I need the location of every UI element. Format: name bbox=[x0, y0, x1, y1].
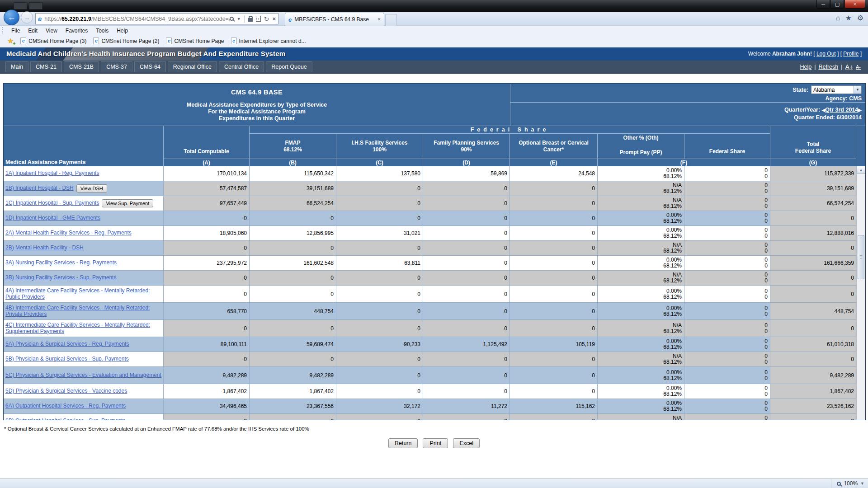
service-link[interactable]: 1B) Inpatient Hospital - DSH bbox=[5, 185, 74, 192]
service-link[interactable]: 3A) Nursing Facility Services - Reg. Pay… bbox=[5, 260, 117, 266]
refresh-icon[interactable]: ↻ bbox=[264, 15, 269, 23]
url-text[interactable]: https://65.220.21.9/MBESCBES/CMS64/CMS64… bbox=[44, 16, 229, 22]
cell-a: 0 bbox=[164, 352, 250, 366]
cell-g-total-federal-share: 1,867,402 bbox=[770, 384, 856, 399]
menu-help[interactable]: Help bbox=[113, 28, 132, 34]
profile-link[interactable]: Profile bbox=[843, 51, 859, 57]
prompt-pay-rate-value: 68.12% bbox=[663, 174, 682, 179]
cell-c: 0 bbox=[336, 181, 423, 196]
browser-tab[interactable]: e MBES/CBES - CMS 64.9 Base × bbox=[285, 13, 384, 26]
app-title: Medicaid And Children's Health Insurance… bbox=[6, 50, 285, 57]
excel-button[interactable]: Excel bbox=[453, 438, 480, 448]
menu-tools[interactable]: Tools bbox=[92, 28, 113, 34]
nav-tab-cms-37[interactable]: CMS-37 bbox=[101, 61, 132, 72]
service-link[interactable]: 4C) Intermediate Care Facility Services … bbox=[5, 322, 161, 334]
column-letter-f: (F) bbox=[598, 159, 770, 166]
cell-g-total-federal-share: 161,666,359 bbox=[770, 256, 856, 270]
service-link[interactable]: 5A) Physician & Surgical Services - Reg.… bbox=[5, 341, 129, 347]
address-dropdown-icon[interactable]: ▼ bbox=[237, 17, 241, 21]
maximize-button[interactable]: ▢ bbox=[830, 0, 844, 9]
tab-close-icon[interactable]: × bbox=[377, 16, 381, 23]
favorites-star-icon[interactable]: ★ bbox=[845, 14, 851, 22]
menu-favorites[interactable]: Favorites bbox=[61, 28, 92, 34]
menu-view[interactable]: View bbox=[42, 28, 61, 34]
return-button[interactable]: Return bbox=[388, 438, 418, 448]
log-out-link[interactable]: Log Out bbox=[816, 51, 836, 57]
cell-c: 0 bbox=[336, 271, 423, 285]
column-letter-a: (A) bbox=[164, 159, 250, 166]
minimize-button[interactable]: ─ bbox=[816, 0, 830, 9]
service-link[interactable]: 6B) Outpatient Hospital Services - Sup. … bbox=[5, 418, 125, 420]
back-button[interactable]: ← bbox=[4, 9, 19, 25]
favorite-item[interactable]: eCMSnet Home Page (2) bbox=[93, 38, 159, 44]
favorite-item[interactable]: eInternet Explorer cannot d... bbox=[231, 38, 306, 44]
print-button[interactable]: Print bbox=[423, 438, 448, 448]
chevron-down-icon[interactable]: ▼ bbox=[860, 481, 864, 486]
cell-g-total-federal-share: 448,754 bbox=[770, 303, 856, 319]
add-favorite-icon[interactable]: ★ bbox=[7, 37, 14, 45]
cell-d: 0 bbox=[423, 286, 510, 302]
service-link[interactable]: 6A) Outpatient Hospital Services - Reg. … bbox=[5, 403, 126, 409]
cell-f-other-prompt-pay: N/A68.12% bbox=[598, 181, 684, 196]
nav-tab-report-queue[interactable]: Report Queue bbox=[266, 61, 312, 72]
zoom-control[interactable]: 100% ▼ bbox=[831, 479, 864, 488]
service-link[interactable]: 5C) Physician & Surgical Services - Eval… bbox=[5, 372, 161, 379]
quarter-link[interactable]: Qtr 3rd 2014 bbox=[825, 107, 858, 113]
home-icon[interactable]: ⌂ bbox=[836, 14, 840, 22]
compatibility-view-icon[interactable] bbox=[256, 16, 261, 22]
nav-tab-cms-21[interactable]: CMS-21 bbox=[30, 61, 62, 72]
nav-tab-cms-64[interactable]: CMS-64 bbox=[134, 61, 166, 72]
service-link[interactable]: 5B) Physician & Surgical Services - Sup.… bbox=[5, 356, 129, 362]
chevron-down-icon[interactable]: ▼ bbox=[854, 86, 861, 94]
cell-f-other-prompt-pay: N/A68.12% bbox=[598, 320, 684, 337]
service-link[interactable]: 2B) Mental Health Facility - DSH bbox=[5, 245, 84, 251]
nav-tab-cms-21b[interactable]: CMS-21B bbox=[64, 61, 99, 72]
table-row: 1A) Inpatient Hospital - Reg. Payments17… bbox=[4, 166, 856, 181]
forward-button[interactable]: → bbox=[21, 11, 33, 23]
favorite-item[interactable]: eCMSnet Home Page bbox=[166, 38, 224, 44]
nav-tab-main[interactable]: Main bbox=[5, 61, 28, 72]
service-link[interactable]: 4B) Intermediate Care Facility Services … bbox=[5, 305, 161, 317]
next-quarter-icon[interactable]: ▶ bbox=[858, 108, 862, 113]
divider bbox=[244, 15, 245, 23]
nav-tab-regional-office[interactable]: Regional Office bbox=[168, 61, 217, 72]
help-link[interactable]: Help bbox=[800, 64, 811, 70]
cell-e: 0 bbox=[510, 241, 598, 255]
cell-f-other-prompt-pay: 0.00%68.12% bbox=[598, 256, 684, 270]
table-scrollbar[interactable]: ▲ bbox=[856, 166, 865, 420]
menu-file[interactable]: File bbox=[7, 28, 24, 34]
column-letter-c: (C) bbox=[336, 159, 423, 166]
view-dsh-button[interactable]: View DSH bbox=[76, 184, 107, 192]
service-link[interactable]: 1C) Inpatient Hospital - Sup. Payments bbox=[5, 200, 99, 206]
state-select[interactable]: Alabama ▼ bbox=[811, 85, 862, 94]
service-link[interactable]: 4A) Intermediate Care Facility Services … bbox=[5, 288, 161, 300]
federal-share-value: 0 bbox=[764, 305, 768, 311]
scroll-up-icon[interactable]: ▲ bbox=[857, 166, 865, 174]
new-tab-button[interactable] bbox=[385, 14, 397, 26]
scrollbar-thumb[interactable] bbox=[858, 235, 864, 279]
close-button[interactable]: × bbox=[844, 0, 865, 9]
cell-d: 0 bbox=[423, 367, 510, 384]
menu-edit[interactable]: Edit bbox=[24, 28, 42, 34]
service-link[interactable]: 2A) Mental Health Facility Services - Re… bbox=[5, 230, 132, 236]
service-link[interactable]: 1A) Inpatient Hospital - Reg. Payments bbox=[5, 170, 99, 177]
table-row: 5C) Physician & Surgical Services - Eval… bbox=[4, 367, 856, 384]
stop-icon[interactable]: × bbox=[272, 15, 276, 22]
service-link[interactable]: 1D) Inpatient Hospital - GME Payments bbox=[5, 215, 100, 221]
service-link[interactable]: 3B) Nursing Facility Services - Sup. Pay… bbox=[5, 275, 116, 281]
view-sup-payment-button[interactable]: View Sup. Payment bbox=[102, 199, 153, 207]
refresh-link[interactable]: Refresh bbox=[818, 64, 838, 70]
table-row: 6A) Outpatient Hospital Services - Reg. … bbox=[4, 399, 856, 414]
gear-icon[interactable]: ⚙ bbox=[857, 14, 863, 22]
address-bar[interactable]: e https://65.220.21.9/MBESCBES/CMS64/CMS… bbox=[35, 13, 278, 24]
font-increase-link[interactable]: A+ bbox=[845, 63, 853, 70]
nav-tab-central-office[interactable]: Central Office bbox=[219, 61, 264, 72]
cell-g-total-federal-share: 66,524,254 bbox=[770, 196, 856, 211]
service-link[interactable]: 5D) Physician & Surgical Services - Vacc… bbox=[5, 388, 127, 394]
status-bar: 100% ▼ bbox=[0, 479, 868, 488]
cell-a: 0 bbox=[164, 241, 250, 255]
font-decrease-link[interactable]: A- bbox=[856, 64, 861, 70]
favorite-item[interactable]: eCMSnet Home Page (3) bbox=[20, 38, 86, 44]
cell-g-total-federal-share: 0 bbox=[770, 241, 856, 255]
search-icon[interactable] bbox=[230, 17, 234, 21]
